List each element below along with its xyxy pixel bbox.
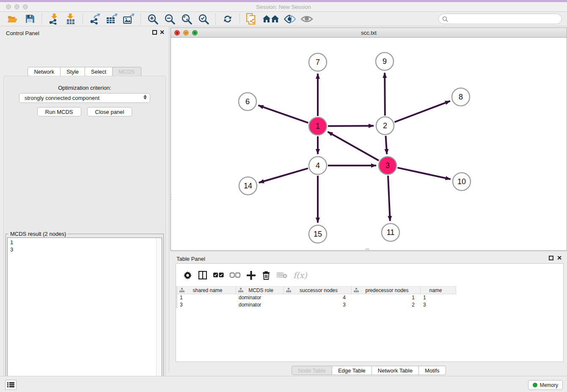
graph-node-14[interactable]: 14: [239, 177, 257, 195]
task-history-button[interactable]: [5, 380, 17, 390]
cell-shared-name[interactable]: 1: [177, 294, 236, 301]
tab-style[interactable]: Style: [61, 67, 85, 76]
column-layout-icon[interactable]: [198, 270, 207, 280]
mcds-result-groupbox: MCDS result (2 nodes) 13: [6, 234, 164, 392]
graph-node-8[interactable]: 8: [452, 88, 470, 106]
zoom-in-icon[interactable]: [146, 13, 160, 25]
deselect-all-columns-icon[interactable]: [230, 270, 240, 280]
zoom-selected-icon[interactable]: [196, 13, 211, 25]
edge-2-3[interactable]: [386, 136, 387, 154]
edge-1-2[interactable]: [328, 126, 374, 126]
edge-3-11[interactable]: [388, 176, 390, 221]
toolbar-separator: [140, 14, 141, 25]
tab-network[interactable]: Network: [28, 67, 61, 76]
mcds-result-line: 3: [10, 246, 162, 253]
tab-select[interactable]: Select: [85, 67, 113, 76]
export-table-icon[interactable]: [105, 13, 119, 25]
table-settings-icon[interactable]: [183, 270, 192, 280]
open-file-icon[interactable]: [6, 13, 20, 25]
select-all-columns-icon[interactable]: [213, 270, 224, 280]
tab-network-table[interactable]: Network Table: [372, 366, 419, 375]
search-box[interactable]: [438, 14, 562, 24]
toolbar-separator: [215, 14, 216, 25]
network-canvas[interactable]: 7968124314101511: [171, 38, 567, 250]
export-image-icon[interactable]: [121, 13, 136, 25]
table-row[interactable]: 3dominator323: [177, 301, 563, 309]
resize-handle[interactable]: [366, 248, 369, 251]
window-accent-strip: [0, 0, 567, 2]
network-window-titlebar[interactable]: x − + scc.txt: [171, 28, 567, 38]
column-header-successor-nodes[interactable]: successor nodes: [284, 286, 352, 294]
edge-2-9[interactable]: [385, 73, 385, 116]
hide-details-icon[interactable]: [283, 13, 297, 25]
save-session-icon[interactable]: [22, 13, 37, 25]
svg-text:9: 9: [383, 57, 387, 66]
zoom-fit-icon[interactable]: [179, 13, 194, 25]
mcds-result-list[interactable]: 13: [7, 237, 162, 392]
graph-node-6[interactable]: 6: [239, 93, 256, 110]
cell-name[interactable]: 1: [421, 294, 456, 301]
optimization-criterion-select[interactable]: strongly connected component: [19, 93, 150, 103]
graph-node-7[interactable]: 7: [309, 53, 327, 71]
tab-node-table[interactable]: Node Table: [292, 366, 332, 375]
zoom-out-icon[interactable]: [162, 13, 177, 25]
node-table: shared nameMCDS rolesuccessor nodesprede…: [177, 286, 563, 309]
mcds-result-line: 1: [10, 239, 162, 246]
graph-node-15[interactable]: 15: [309, 225, 327, 243]
float-panel-icon[interactable]: [152, 30, 157, 35]
cell-predecessor-nodes[interactable]: 1: [352, 294, 421, 301]
delete-table-icon[interactable]: [277, 270, 287, 280]
tab-edge-table[interactable]: Edge Table: [332, 366, 372, 375]
graph-node-1[interactable]: 1: [309, 117, 327, 135]
cell-MCDS-role[interactable]: dominator: [236, 301, 284, 309]
list-icon: [7, 382, 14, 388]
cell-predecessor-nodes[interactable]: 2: [352, 301, 421, 309]
float-table-panel-icon[interactable]: [549, 256, 553, 260]
table-panel-title: Table Panel: [176, 256, 205, 262]
export-network-icon[interactable]: [88, 13, 102, 25]
function-builder-icon[interactable]: f(x): [293, 270, 307, 280]
cell-successor-nodes[interactable]: 3: [284, 301, 352, 309]
close-panel-icon[interactable]: ✕: [160, 29, 165, 35]
graph-node-9[interactable]: 9: [376, 52, 394, 70]
tab-motifs[interactable]: Motifs: [419, 366, 446, 375]
cell-MCDS-role[interactable]: dominator: [236, 294, 284, 301]
run-mcds-button[interactable]: Run MCDS: [37, 107, 81, 116]
column-header-predecessor-nodes[interactable]: predecessor nodes: [352, 286, 421, 294]
refresh-icon[interactable]: [220, 13, 235, 25]
close-table-panel-icon[interactable]: ✕: [557, 255, 562, 261]
column-header-MCDS-role[interactable]: MCDS role: [236, 286, 284, 294]
delete-column-icon[interactable]: [261, 270, 271, 280]
cell-successor-nodes[interactable]: 4: [284, 294, 352, 301]
column-header-shared-name[interactable]: shared name: [177, 286, 236, 294]
memory-button[interactable]: Memory: [528, 380, 563, 390]
close-panel-button[interactable]: Close panel: [87, 107, 132, 116]
edge-3-10[interactable]: [397, 168, 450, 179]
result-scrollbar[interactable]: [156, 238, 162, 391]
graph-node-2[interactable]: 2: [376, 117, 394, 135]
graph-node-11[interactable]: 11: [382, 224, 399, 241]
edge-3-1[interactable]: [328, 132, 379, 160]
table-panel: Table Panel ✕: [171, 252, 567, 363]
search-input[interactable]: [451, 16, 556, 22]
import-table-icon[interactable]: [63, 13, 78, 25]
graph-node-4[interactable]: 4: [309, 157, 327, 174]
cell-name[interactable]: 3: [421, 301, 456, 309]
first-neighbors-icon[interactable]: [261, 13, 280, 25]
import-network-icon[interactable]: [47, 13, 61, 25]
tab-mcds[interactable]: MCDS: [113, 67, 141, 76]
show-details-eye-icon[interactable]: [300, 13, 314, 25]
graph-node-3[interactable]: 3: [379, 157, 396, 174]
cell-shared-name[interactable]: 3: [177, 301, 236, 309]
edge-1-6[interactable]: [258, 105, 308, 123]
table-row[interactable]: 1dominator411: [177, 294, 563, 301]
splitter-handle[interactable]: [170, 194, 171, 205]
edge-2-8[interactable]: [394, 101, 450, 122]
add-column-icon[interactable]: [246, 270, 256, 280]
edge-4-14[interactable]: [259, 168, 308, 183]
graph-node-10[interactable]: 10: [453, 173, 471, 190]
clone-network-icon[interactable]: [245, 13, 259, 25]
control-panel-tabbar: NetworkStyleSelectMCDS: [0, 67, 169, 76]
svg-text:1: 1: [316, 122, 320, 130]
column-header-name[interactable]: name: [421, 286, 456, 294]
